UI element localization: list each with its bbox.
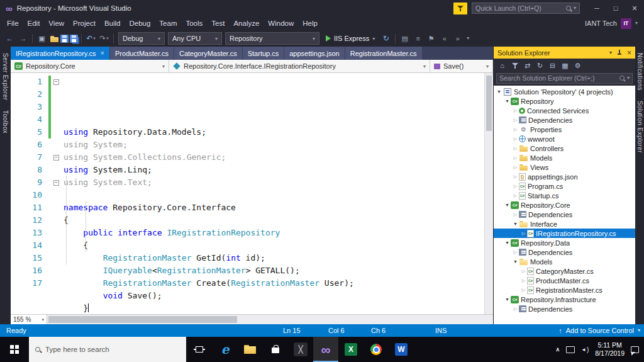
- pin-icon[interactable]: [617, 50, 622, 55]
- outline-icon[interactable]: ▤: [399, 33, 411, 45]
- scrollbar-thumb[interactable]: [486, 76, 492, 131]
- tree-item-categorymaster-cs[interactable]: ▷CategoryMaster.cs: [494, 266, 635, 276]
- code-line[interactable]: using System.Linq;: [64, 164, 484, 176]
- side-tab-notifications[interactable]: Notifications: [636, 53, 643, 91]
- solution-search-input[interactable]: [499, 74, 617, 82]
- expand-arrow-icon[interactable]: ▷: [520, 278, 527, 283]
- tree-item-properties[interactable]: ▷Properties: [494, 125, 635, 134]
- code-line[interactable]: RegistrationMaster Create(RegistrationMa…: [64, 277, 484, 290]
- previous-bookmark-icon[interactable]: «: [438, 33, 450, 45]
- word-taskbar-button[interactable]: [389, 337, 414, 362]
- x-app-taskbar-button[interactable]: [288, 337, 313, 362]
- tree-item-repository[interactable]: ▼Repository: [494, 96, 635, 106]
- collapse-all-icon[interactable]: ⊟: [549, 62, 556, 70]
- tree-item-program-cs[interactable]: ▷Program.cs: [494, 181, 635, 191]
- bookmark-flag-icon[interactable]: ⚑: [425, 33, 437, 45]
- collapse-icon[interactable]: [53, 79, 59, 85]
- side-tab-solution-explorer[interactable]: Solution Explorer: [636, 101, 643, 153]
- navigate-forward-icon[interactable]: →: [17, 33, 29, 45]
- quick-launch-input[interactable]: [475, 4, 564, 12]
- feedback-button[interactable]: [453, 3, 467, 14]
- visual-studio-taskbar-button[interactable]: [313, 337, 338, 362]
- code-line[interactable]: RegistrationMaster GetId(int id);: [64, 252, 484, 264]
- action-center-button[interactable]: [631, 346, 639, 353]
- tree-item-models[interactable]: ▼Models: [494, 257, 635, 266]
- vertical-scrollbar[interactable]: [484, 73, 493, 314]
- expand-arrow-icon[interactable]: ▷: [512, 250, 519, 255]
- menu-project[interactable]: Project: [69, 18, 100, 29]
- line-list-icon[interactable]: ≡: [412, 33, 424, 45]
- tree-item-startup-cs[interactable]: ▷Startup.cs: [494, 191, 635, 200]
- store-taskbar-button[interactable]: [263, 337, 288, 362]
- zoom-select[interactable]: 155 %: [11, 315, 47, 324]
- filter-icon[interactable]: [511, 63, 518, 69]
- tree-item-repository-core[interactable]: ▼Repository.Core: [494, 200, 635, 210]
- code-line[interactable]: public interface IRegistrationRepository: [64, 227, 484, 239]
- account-avatar[interactable]: IT: [621, 18, 631, 29]
- menu-edit[interactable]: Edit: [23, 18, 45, 29]
- menu-view[interactable]: View: [44, 18, 69, 29]
- tab-categorymaster-cs[interactable]: CategoryMaster.cs: [174, 47, 242, 60]
- collapse-arrow-icon[interactable]: ▼: [496, 89, 502, 94]
- tree-item-controllers[interactable]: ▷Controllers: [494, 144, 635, 153]
- close-button[interactable]: [625, 0, 644, 16]
- sync-active-document-icon[interactable]: ⇄: [524, 62, 531, 70]
- menu-test[interactable]: Test: [207, 18, 229, 29]
- start-button[interactable]: [0, 337, 29, 362]
- collapse-arrow-icon[interactable]: ▼: [504, 297, 511, 302]
- start-debugging-button[interactable]: IIS Express: [321, 35, 379, 42]
- expand-arrow-icon[interactable]: ▷: [520, 288, 527, 293]
- tree-item-appsettings-json[interactable]: ▷appsettings.json: [494, 172, 635, 181]
- menu-file[interactable]: File: [3, 18, 23, 29]
- window-position-icon[interactable]: [609, 50, 612, 55]
- close-icon[interactable]: [101, 50, 104, 57]
- tree-item-dependencies[interactable]: ▷Dependencies: [494, 115, 635, 125]
- project-dropdown[interactable]: Repository.Core: [11, 60, 169, 72]
- solution-explorer-header[interactable]: Solution Explorer: [494, 47, 635, 59]
- taskbar-clock[interactable]: 5:11 PM 8/17/2019: [595, 341, 625, 358]
- tree-item-dependencies[interactable]: ▷Dependencies: [494, 247, 635, 257]
- expand-arrow-icon[interactable]: ▷: [520, 231, 527, 236]
- code-line[interactable]: }: [64, 302, 484, 314]
- solution-platform-select[interactable]: Any CPU: [168, 32, 222, 45]
- expand-arrow-icon[interactable]: ▷: [512, 118, 519, 123]
- tree-item-repository-infrastructure[interactable]: ▼Repository.Infrastructure: [494, 295, 635, 304]
- expand-arrow-icon[interactable]: ▷: [512, 156, 519, 161]
- menu-team[interactable]: Team: [155, 18, 181, 29]
- tree-item-connected-services[interactable]: ▷Connected Services: [494, 106, 635, 115]
- volume-icon[interactable]: [581, 346, 589, 353]
- scrollbar-thumb[interactable]: [48, 316, 237, 323]
- chevron-down-icon[interactable]: [635, 21, 638, 26]
- minimize-button[interactable]: [587, 0, 606, 16]
- edge-taskbar-button[interactable]: [213, 337, 238, 362]
- type-dropdown[interactable]: Repository.Core.Interface.IRegistrationR…: [169, 60, 430, 72]
- excel-taskbar-button[interactable]: [338, 337, 364, 362]
- horizontal-scrollbar[interactable]: [47, 315, 493, 324]
- menu-tools[interactable]: Tools: [181, 18, 207, 29]
- new-project-icon[interactable]: ▣: [36, 33, 48, 45]
- code-line[interactable]: IQueryable<RegistrationMaster> GETALL();: [64, 264, 484, 277]
- tab-iregistrationrepository-cs[interactable]: IRegistrationRepository.cs: [11, 47, 109, 60]
- quick-launch-search[interactable]: [472, 3, 580, 14]
- next-bookmark-icon[interactable]: »: [452, 33, 464, 45]
- collapse-arrow-icon[interactable]: ▼: [512, 222, 519, 226]
- task-view-button[interactable]: [186, 337, 213, 362]
- expand-arrow-icon[interactable]: ▷: [512, 184, 519, 189]
- code-line[interactable]: using System.Collections.Generic;: [64, 151, 484, 164]
- tree-item-views[interactable]: ▷Views: [494, 162, 635, 172]
- collapse-arrow-icon[interactable]: ▼: [512, 259, 519, 264]
- expand-arrow-icon[interactable]: ▷: [512, 137, 519, 142]
- code-line[interactable]: {: [64, 239, 484, 252]
- open-file-icon[interactable]: [49, 35, 59, 43]
- expand-arrow-icon[interactable]: ▷: [512, 108, 519, 113]
- source-control-button[interactable]: Add to Source Control: [558, 327, 640, 334]
- tab-appsettings-json[interactable]: appsettings.json: [284, 47, 345, 60]
- tab-registrationmaster-cs[interactable]: RegistrationMaster.cs: [345, 47, 422, 60]
- menu-window[interactable]: Window: [264, 18, 298, 29]
- home-icon[interactable]: ⌂: [499, 62, 506, 69]
- properties-icon[interactable]: ⚙: [574, 62, 581, 70]
- tab-productmaster-cs[interactable]: ProductMaster.cs: [110, 47, 174, 60]
- menu-debug[interactable]: Debug: [125, 18, 155, 29]
- tree-item-dependencies[interactable]: ▷Dependencies: [494, 304, 635, 314]
- expand-arrow-icon[interactable]: ▷: [512, 165, 519, 170]
